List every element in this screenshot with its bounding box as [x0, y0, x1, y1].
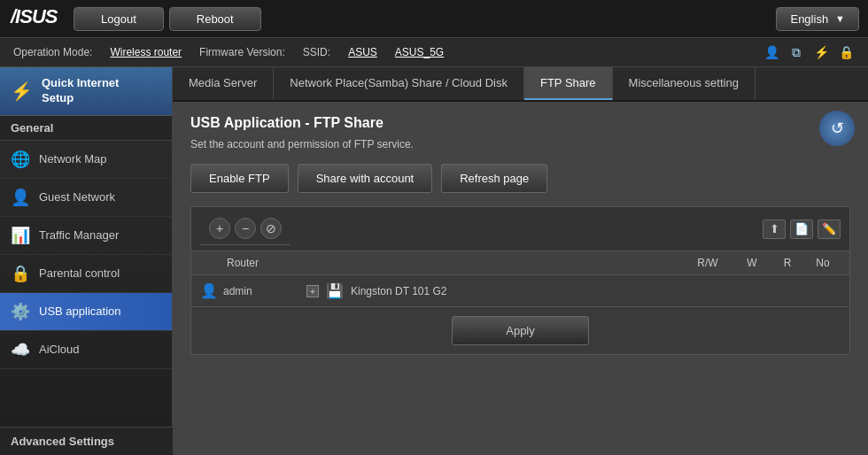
share-account-button[interactable]: Share with account — [298, 164, 433, 193]
sidebar-item-guest-network[interactable]: 👤 Guest Network — [0, 179, 172, 217]
col-w-header: W — [734, 257, 770, 269]
sidebar-label-usb-application: USB application — [39, 305, 121, 318]
tab-misc-setting[interactable]: Miscellaneous setting — [613, 67, 756, 100]
language-label: English — [790, 12, 828, 26]
main-layout: ⚡ Quick InternetSetup General 🌐 Network … — [0, 67, 868, 455]
tab-media-server[interactable]: Media Server — [173, 67, 274, 100]
user-icon: 👤 — [200, 282, 218, 299]
firmware-label: Firmware Version: — [199, 46, 285, 58]
tab-bar: Media Server Network Place(Samba) Share … — [173, 67, 868, 102]
device-name: Kingston DT 101 G2 — [351, 285, 447, 297]
lock-icon: 🔒 — [837, 43, 855, 61]
content-area: Media Server Network Place(Samba) Share … — [173, 67, 868, 455]
svg-text:/ISUS: /ISUS — [10, 5, 58, 27]
operation-mode-label: Operation Mode: — [13, 46, 92, 58]
expand-button[interactable]: + — [306, 285, 319, 297]
toolbar-right-icons: ⬆ 📄 ✏️ — [763, 220, 841, 239]
language-selector[interactable]: English ▼ — [776, 7, 859, 31]
cancel-icon[interactable]: ⊘ — [260, 218, 282, 239]
sidebar-item-parental-control[interactable]: 🔒 Parental control — [0, 255, 172, 293]
quick-internet-setup[interactable]: ⚡ Quick InternetSetup — [0, 67, 172, 116]
network-map-icon: 🌐 — [11, 150, 30, 169]
general-section: General — [0, 116, 172, 141]
quick-setup-icon: ⚡ — [11, 81, 33, 102]
inner-content: ↺ USB Application - FTP Share Set the ac… — [173, 102, 868, 455]
page-description: Set the account and permission of FTP se… — [190, 138, 850, 150]
minus-icon[interactable]: − — [235, 218, 256, 239]
operation-mode-value: Wireless router — [110, 46, 182, 58]
sidebar-label-parental-control: Parental control — [39, 266, 120, 280]
col-no-header: No — [805, 257, 841, 269]
quick-setup-label: Quick InternetSetup — [42, 76, 119, 106]
ssid-value2: ASUS_5G — [395, 46, 444, 58]
enable-ftp-button[interactable]: Enable FTP — [190, 164, 289, 193]
col-rw-header: R/W — [681, 257, 734, 269]
page-title: USB Application - FTP Share — [190, 115, 850, 131]
tab-network-place[interactable]: Network Place(Samba) Share / Cloud Disk — [274, 67, 524, 100]
person-icon: 👤 — [763, 43, 780, 61]
tab-ftp-share[interactable]: FTP Share — [524, 67, 613, 100]
import-icon[interactable]: 📄 — [790, 220, 813, 239]
sidebar-label-traffic-manager: Traffic Manager — [39, 228, 119, 242]
sidebar-label-network-map: Network Map — [39, 152, 107, 166]
sidebar-item-usb-application[interactable]: ⚙️ USB application — [0, 293, 172, 331]
aicloud-icon: ☁️ — [11, 340, 30, 359]
advanced-settings[interactable]: Advanced Settings — [0, 427, 173, 455]
toolbar-add-remove: + − ⊘ — [200, 212, 291, 245]
back-button[interactable]: ↺ — [819, 111, 855, 146]
guest-network-icon: 👤 — [11, 188, 30, 207]
refresh-page-button[interactable]: Refresh page — [441, 164, 547, 193]
status-icons: 👤 ⧉ ⚡ 🔒 — [763, 43, 855, 61]
add-icon[interactable]: + — [209, 218, 230, 239]
logout-button[interactable]: Logout — [74, 7, 164, 31]
export-icon[interactable]: ⬆ — [763, 220, 786, 239]
sidebar: ⚡ Quick InternetSetup General 🌐 Network … — [0, 67, 173, 455]
logo: /ISUS — [9, 4, 71, 34]
traffic-manager-icon: 📊 — [11, 226, 30, 245]
chevron-down-icon: ▼ — [835, 13, 845, 24]
sidebar-item-aicloud[interactable]: ☁️ AiCloud — [0, 331, 172, 369]
sidebar-item-network-map[interactable]: 🌐 Network Map — [0, 141, 172, 179]
table-toolbar: + − ⊘ ⬆ 📄 ✏️ — [191, 207, 849, 251]
ftp-table: + − ⊘ ⬆ 📄 ✏️ Router R/W W R — [190, 206, 850, 355]
col-r-header: R — [770, 257, 805, 269]
edit-icon[interactable]: ✏️ — [818, 220, 841, 239]
parental-control-icon: 🔒 — [11, 264, 30, 283]
drive-icon: 💾 — [326, 282, 344, 299]
sidebar-label-guest-network: Guest Network — [39, 190, 115, 204]
username: admin — [223, 285, 252, 297]
router-item: + 💾 Kingston DT 101 G2 — [306, 282, 841, 299]
apply-row: Apply — [191, 307, 849, 354]
col-router-header: Router — [200, 257, 681, 269]
sidebar-item-traffic-manager[interactable]: 📊 Traffic Manager — [0, 217, 172, 255]
reboot-button[interactable]: Reboot — [169, 7, 261, 31]
top-bar: /ISUS Logout Reboot English ▼ — [0, 0, 868, 37]
sidebar-label-aicloud: AiCloud — [39, 343, 80, 356]
apply-button[interactable]: Apply — [452, 316, 589, 345]
usb-application-icon: ⚙️ — [11, 302, 30, 321]
status-bar: Operation Mode: Wireless router Firmware… — [0, 37, 868, 67]
ssid-label: SSID: — [303, 46, 330, 58]
user-cell: 👤 admin — [200, 282, 306, 299]
action-buttons: Enable FTP Share with account Refresh pa… — [190, 164, 850, 193]
usb-icon: ⚡ — [812, 43, 830, 61]
table-header: Router R/W W R No — [191, 251, 849, 275]
table-row: 👤 admin + 💾 Kingston DT 101 G2 — [191, 275, 849, 307]
router-cell: + 💾 Kingston DT 101 G2 — [306, 282, 841, 299]
copy-icon: ⧉ — [787, 43, 805, 61]
ssid-value1: ASUS — [348, 46, 377, 58]
